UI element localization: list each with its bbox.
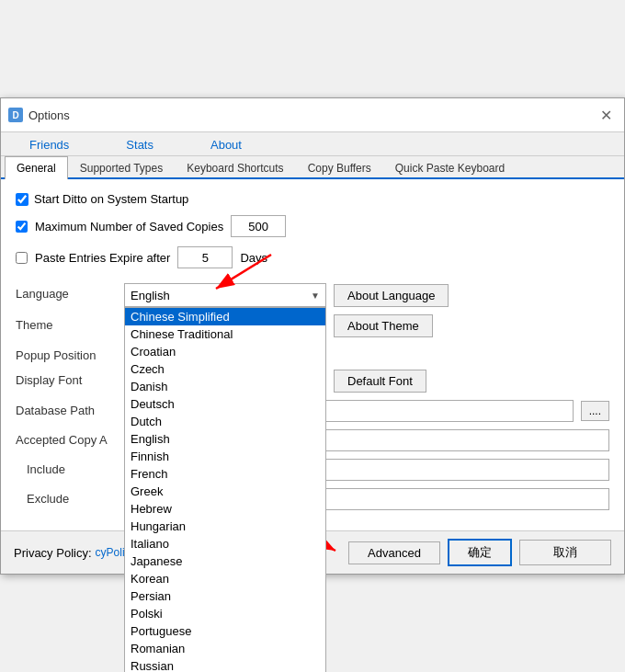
top-tab-row: Friends Stats About bbox=[1, 132, 624, 156]
lang-option-japanese[interactable]: Japanese bbox=[125, 552, 325, 570]
lang-option-italiano[interactable]: Italiano bbox=[125, 535, 325, 552]
lang-option-persian[interactable]: Persian bbox=[125, 587, 325, 605]
privacy-label: Privacy Policy: bbox=[14, 546, 92, 560]
language-select-wrapper: English ▼ Chinese Simplified Chinese Tra… bbox=[124, 283, 326, 307]
title-bar: D Options ✕ bbox=[1, 98, 624, 132]
lang-option-croatian[interactable]: Croatian bbox=[125, 343, 325, 360]
app-icon: D bbox=[8, 108, 23, 122]
startup-row: Start Ditto on System Startup bbox=[16, 192, 609, 206]
display-font-label: Display Font bbox=[16, 370, 117, 387]
lang-option-english[interactable]: English bbox=[125, 430, 325, 448]
lang-option-deutsch[interactable]: Deutsch bbox=[125, 395, 325, 413]
ok-button[interactable]: 确定 bbox=[448, 539, 512, 566]
expire-unit: Days bbox=[240, 251, 267, 265]
tab-general[interactable]: General bbox=[5, 156, 68, 179]
expire-input[interactable]: 5 bbox=[177, 246, 233, 268]
lang-option-chinese-traditional[interactable]: Chinese Traditional bbox=[125, 325, 325, 343]
lang-option-chinese-simplified[interactable]: Chinese Simplified bbox=[125, 308, 325, 325]
browse-button[interactable]: .... bbox=[581, 401, 609, 421]
startup-label: Start Ditto on System Startup bbox=[34, 192, 188, 206]
exclude-label: Exclude bbox=[16, 488, 117, 506]
lang-option-portuguese[interactable]: Portuguese bbox=[125, 622, 325, 640]
lang-option-hungarian[interactable]: Hungarian bbox=[125, 518, 325, 535]
window-title: Options bbox=[28, 108, 70, 122]
lang-option-hebrew[interactable]: Hebrew bbox=[125, 500, 325, 518]
lang-option-finnish[interactable]: Finnish bbox=[125, 448, 325, 465]
main-content: Start Ditto on System Startup Maximum Nu… bbox=[1, 179, 624, 530]
language-select[interactable]: English ▼ bbox=[124, 283, 326, 307]
max-copies-label: Maximum Number of Saved Copies bbox=[35, 220, 223, 233]
lang-option-romanian[interactable]: Romanian bbox=[125, 640, 325, 657]
lang-option-polski[interactable]: Polski bbox=[125, 605, 325, 622]
theme-label: Theme bbox=[16, 314, 117, 332]
accepted-copy-label: Accepted Copy A bbox=[16, 429, 117, 447]
tab-supported[interactable]: Supported Types bbox=[68, 156, 176, 179]
bottom-tab-row: General Supported Types Keyboard Shortcu… bbox=[1, 156, 624, 179]
footer-buttons: Advanced 确定 取消 bbox=[348, 539, 611, 566]
include-label: Include bbox=[16, 459, 117, 476]
advanced-button[interactable]: Advanced bbox=[348, 541, 440, 564]
lang-option-french[interactable]: French bbox=[125, 465, 325, 483]
lang-option-dutch[interactable]: Dutch bbox=[125, 413, 325, 430]
max-copies-row: Maximum Number of Saved Copies 500 bbox=[16, 215, 609, 237]
language-row: Language English ▼ Chinese Simplified Ch… bbox=[16, 283, 609, 307]
lang-option-czech[interactable]: Czech bbox=[125, 360, 325, 378]
default-font-button[interactable]: Default Font bbox=[334, 370, 426, 393]
tab-keyboard[interactable]: Keyboard Shortcuts bbox=[175, 156, 295, 179]
expire-checkbox[interactable] bbox=[16, 252, 28, 264]
tab-stats[interactable]: Stats bbox=[97, 132, 182, 156]
tab-about[interactable]: About bbox=[182, 132, 270, 156]
language-selected-value: English bbox=[131, 289, 170, 302]
tab-quick-paste[interactable]: Quick Paste Keyboard bbox=[383, 156, 517, 179]
language-label: Language bbox=[16, 283, 117, 301]
cancel-button[interactable]: 取消 bbox=[519, 540, 611, 565]
lang-option-danish[interactable]: Danish bbox=[125, 378, 325, 395]
language-control: English ▼ Chinese Simplified Chinese Tra… bbox=[124, 283, 609, 307]
dropdown-arrow-icon: ▼ bbox=[311, 290, 320, 301]
lang-option-korean[interactable]: Korean bbox=[125, 570, 325, 587]
tab-friends[interactable]: Friends bbox=[1, 132, 97, 156]
expire-row: Paste Entries Expire after 5 Days bbox=[16, 246, 609, 268]
startup-checkbox[interactable] bbox=[16, 193, 28, 206]
database-path-label: Database Path bbox=[16, 400, 117, 417]
close-button[interactable]: ✕ bbox=[595, 104, 617, 126]
about-theme-button[interactable]: About Theme bbox=[334, 314, 433, 337]
max-copies-checkbox[interactable] bbox=[16, 221, 28, 233]
options-window: D Options ✕ Friends Stats About General … bbox=[0, 97, 625, 575]
lang-option-russian[interactable]: Russian bbox=[125, 657, 325, 672]
expire-label: Paste Entries Expire after bbox=[35, 251, 170, 265]
language-dropdown-list: Chinese Simplified Chinese Traditional C… bbox=[124, 307, 326, 672]
about-language-button[interactable]: About Language bbox=[334, 284, 449, 307]
lang-option-greek[interactable]: Greek bbox=[125, 483, 325, 500]
popup-position-label: Popup Position bbox=[16, 345, 117, 362]
tab-copy-buffers[interactable]: Copy Buffers bbox=[296, 156, 383, 179]
title-bar-left: D Options bbox=[8, 108, 70, 122]
max-copies-input[interactable]: 500 bbox=[231, 215, 286, 237]
